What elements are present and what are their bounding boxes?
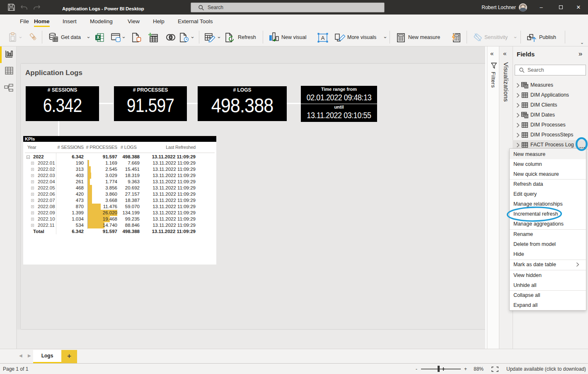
svg-text:X: X: [97, 35, 99, 40]
svg-text:A: A: [321, 35, 325, 41]
